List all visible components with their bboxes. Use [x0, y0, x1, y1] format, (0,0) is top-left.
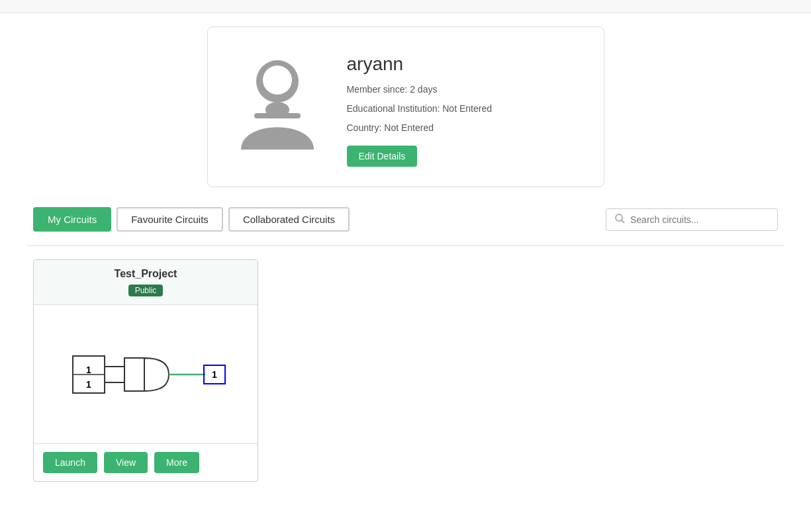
country: Country: Not Entered — [347, 121, 492, 135]
svg-text:1: 1 — [212, 369, 217, 380]
svg-text:1: 1 — [86, 379, 91, 390]
search-box — [606, 208, 778, 231]
tab-my-circuits[interactable]: My Circuits — [33, 207, 111, 232]
profile-info: aryann Member since: 2 days Educational … — [347, 47, 492, 167]
visibility-badge: Public — [128, 285, 164, 296]
circuit-card: Test_Project Public 1 1 — [33, 259, 258, 482]
more-button[interactable]: More — [154, 452, 199, 473]
top-bar — [0, 0, 811, 13]
edit-details-button[interactable]: Edit Details — [347, 146, 418, 167]
tabs-search-row: My Circuits Favourite Circuits Collabora… — [26, 207, 785, 232]
tabs: My Circuits Favourite Circuits Collabora… — [33, 207, 350, 232]
svg-text:1: 1 — [86, 365, 91, 375]
svg-rect-12 — [124, 358, 144, 391]
search-input[interactable] — [630, 214, 769, 225]
circuit-card-footer: Launch View More — [34, 444, 258, 481]
search-icon — [614, 213, 625, 226]
circuit-title: Test_Project — [40, 268, 251, 280]
institution: Educational Institution: Not Entered — [347, 102, 492, 116]
member-since: Member since: 2 days — [347, 83, 492, 97]
circuit-preview: 1 1 1 — [34, 305, 258, 444]
avatar-icon — [234, 47, 320, 153]
tab-collaborated-circuits[interactable]: Collaborated Circuits — [228, 207, 350, 232]
tab-favourite-circuits[interactable]: Favourite Circuits — [117, 207, 223, 232]
circuit-card-header: Test_Project Public — [34, 260, 258, 305]
main-container: aryann Member since: 2 days Educational … — [0, 13, 811, 508]
launch-button[interactable]: Launch — [43, 452, 97, 473]
svg-rect-3 — [254, 113, 301, 118]
username: aryann — [347, 54, 492, 75]
svg-line-5 — [622, 220, 624, 223]
content-area: Test_Project Public 1 1 — [26, 245, 785, 495]
profile-card: aryann Member since: 2 days Educational … — [207, 26, 604, 187]
circuit-diagram-svg: 1 1 1 — [53, 322, 238, 427]
svg-point-2 — [263, 66, 292, 95]
view-button[interactable]: View — [104, 452, 148, 473]
avatar — [234, 47, 320, 153]
